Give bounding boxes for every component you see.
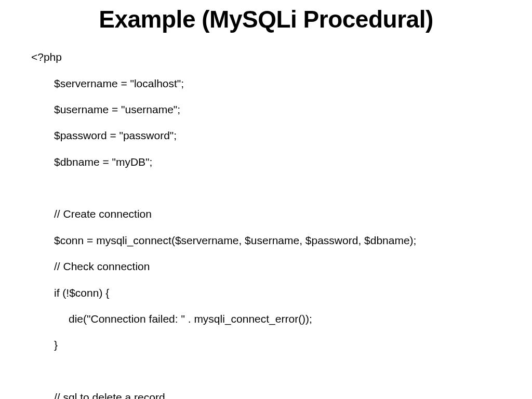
- code-line: if (!$conn) {: [31, 286, 501, 299]
- code-line: [31, 181, 501, 194]
- code-line: }: [31, 338, 501, 351]
- code-line: // Check connection: [31, 260, 501, 273]
- code-line: $conn = mysqli_connect($servername, $use…: [31, 234, 501, 247]
- code-line: [31, 365, 501, 378]
- code-line: $servername = "localhost";: [31, 77, 501, 90]
- code-line: // Create connection: [31, 207, 501, 220]
- code-line: $dbname = "myDB";: [31, 155, 501, 168]
- slide-title: Example (MySQLi Procedural): [31, 5, 501, 33]
- code-line: $username = "username";: [31, 103, 501, 116]
- code-line: // sql to delete a record: [31, 391, 501, 399]
- code-line: $password = "password";: [31, 129, 501, 142]
- code-line: <?php: [31, 50, 501, 63]
- code-block: <?php $servername = "localhost"; $userna…: [31, 37, 501, 399]
- code-line: die("Connection failed: " . mysqli_conne…: [31, 312, 501, 325]
